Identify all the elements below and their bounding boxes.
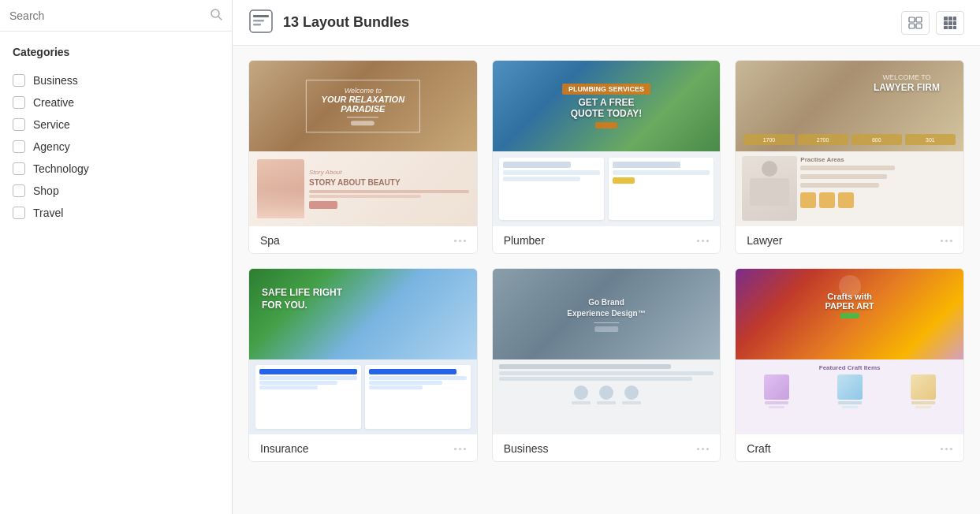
svg-rect-8	[909, 24, 915, 28]
layout-card-business[interactable]: Go BrandExperience Design™	[492, 268, 721, 462]
category-label-technology: Technology	[33, 162, 89, 175]
svg-rect-10	[944, 17, 948, 20]
card-image-insurance: SAFE LIFE RIGHTFOR YOU.	[249, 269, 477, 434]
svg-rect-15	[953, 21, 956, 25]
main-content: 13 Layout Bundles	[233, 0, 980, 514]
card-name-plumber: Plumber	[504, 234, 545, 247]
header-left: 13 Layout Bundles	[248, 9, 409, 37]
category-label-business: Business	[33, 74, 78, 87]
card-footer-business: Business	[493, 434, 721, 461]
card-image-business: Go BrandExperience Design™	[493, 269, 721, 434]
card-image-lawyer: WELCOME TO LAWYER FIRM 1700 2700 800 301	[736, 61, 963, 226]
category-item-service[interactable]: Service	[13, 114, 219, 136]
card-footer-lawyer: Lawyer	[736, 226, 963, 253]
card-dots-insurance	[454, 448, 466, 450]
svg-rect-3	[253, 15, 269, 17]
svg-rect-14	[948, 21, 952, 25]
categories-section: Categories Business Creative Service Age…	[0, 32, 232, 232]
grid-view-button[interactable]	[936, 11, 964, 35]
card-dots-craft	[941, 448, 952, 450]
svg-rect-13	[944, 21, 948, 25]
card-dots-lawyer	[941, 240, 952, 242]
sidebar: Categories Business Creative Service Age…	[0, 0, 233, 514]
card-image-spa: Welcome to YOUR RELAXATION PARADISE Stor…	[249, 61, 477, 226]
card-image-craft: Crafts withPAPER ART Featured Craft Item…	[736, 269, 963, 434]
svg-rect-4	[253, 20, 264, 22]
card-dots-business	[697, 448, 709, 450]
category-checkbox-service[interactable]	[13, 118, 25, 131]
layout-card-craft[interactable]: Crafts withPAPER ART Featured Craft Item…	[735, 268, 964, 462]
grid-area: Welcome to YOUR RELAXATION PARADISE Stor…	[233, 46, 980, 514]
category-label-service: Service	[33, 118, 70, 131]
card-name-insurance: Insurance	[260, 442, 308, 455]
svg-rect-18	[953, 26, 956, 29]
category-item-business[interactable]: Business	[13, 69, 219, 91]
card-dots-plumber	[697, 240, 709, 242]
category-checkbox-travel[interactable]	[13, 207, 25, 219]
category-item-travel[interactable]: Travel	[13, 202, 219, 224]
card-footer-craft: Craft	[736, 434, 963, 461]
card-footer-insurance: Insurance	[249, 434, 477, 461]
layout-card-plumber[interactable]: PLUMBING SERVICES GET A FREEQUOTE TODAY!	[492, 60, 721, 254]
svg-rect-16	[944, 26, 948, 29]
categories-title: Categories	[13, 46, 219, 58]
category-item-technology[interactable]: Technology	[13, 158, 219, 180]
header-right	[901, 11, 964, 35]
category-checkbox-technology[interactable]	[13, 162, 25, 175]
bundle-title: 13 Layout Bundles	[283, 14, 409, 31]
svg-rect-12	[953, 17, 956, 20]
search-input[interactable]	[9, 9, 210, 22]
svg-line-1	[218, 17, 222, 20]
category-checkbox-business[interactable]	[13, 74, 25, 87]
layout-card-spa[interactable]: Welcome to YOUR RELAXATION PARADISE Stor…	[248, 60, 478, 254]
category-label-travel: Travel	[33, 207, 63, 219]
card-footer-plumber: Plumber	[493, 226, 721, 253]
svg-rect-11	[948, 17, 952, 20]
category-item-shop[interactable]: Shop	[13, 180, 219, 202]
card-dots-spa	[454, 240, 466, 242]
search-wrapper	[0, 0, 232, 32]
svg-rect-9	[916, 24, 922, 28]
card-name-business: Business	[504, 442, 549, 455]
search-icon	[210, 8, 222, 23]
svg-rect-5	[253, 24, 261, 26]
category-label-creative: Creative	[33, 96, 74, 109]
bundle-icon	[248, 9, 274, 37]
category-checkbox-agency[interactable]	[13, 140, 25, 153]
list-view-button[interactable]	[901, 11, 930, 35]
category-label-agency: Agency	[33, 140, 70, 153]
svg-rect-6	[909, 17, 915, 22]
layout-card-insurance[interactable]: SAFE LIFE RIGHTFOR YOU.	[248, 268, 478, 462]
card-name-craft: Craft	[747, 442, 770, 455]
category-checkbox-creative[interactable]	[13, 96, 25, 109]
svg-rect-17	[948, 26, 952, 29]
svg-rect-7	[916, 17, 922, 22]
main-header: 13 Layout Bundles	[233, 0, 980, 46]
card-name-spa: Spa	[260, 234, 280, 247]
card-name-lawyer: Lawyer	[747, 234, 782, 247]
category-item-creative[interactable]: Creative	[13, 91, 219, 114]
category-item-agency[interactable]: Agency	[13, 136, 219, 158]
card-footer-spa: Spa	[249, 226, 477, 253]
layout-grid: Welcome to YOUR RELAXATION PARADISE Stor…	[248, 60, 964, 462]
card-image-plumber: PLUMBING SERVICES GET A FREEQUOTE TODAY!	[493, 61, 721, 226]
category-label-shop: Shop	[33, 184, 59, 197]
layout-card-lawyer[interactable]: WELCOME TO LAWYER FIRM 1700 2700 800 301	[735, 60, 964, 254]
category-checkbox-shop[interactable]	[13, 184, 25, 197]
